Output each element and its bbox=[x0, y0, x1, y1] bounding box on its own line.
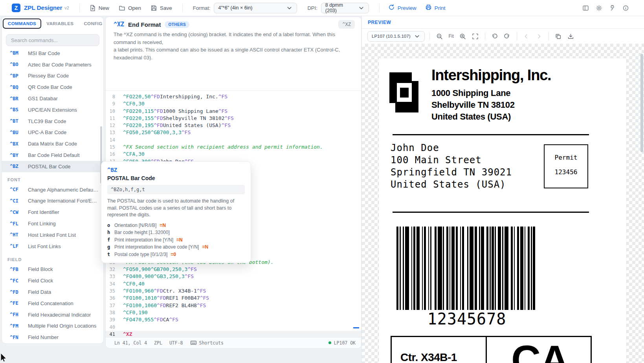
code-line[interactable]: 14 bbox=[106, 136, 361, 144]
sidebar-command-row[interactable]: ^FLFont Linking bbox=[2, 218, 103, 229]
code-line[interactable]: 8^FO220,50^FDIntershipping, Inc.^FS bbox=[106, 93, 361, 100]
fullscreen-button[interactable] bbox=[471, 31, 480, 41]
code-line[interactable]: 33^FO400,900^GB3,250,3^FS bbox=[106, 273, 361, 280]
command-label: GS1 Databar bbox=[28, 96, 58, 101]
copy-button[interactable] bbox=[554, 31, 563, 41]
sidebar-command-row[interactable]: ^BQQR Code Bar Code bbox=[2, 81, 103, 93]
layout-panel-icon[interactable] bbox=[582, 5, 589, 11]
status-ok-dot bbox=[328, 341, 331, 344]
code-line[interactable]: 40 bbox=[106, 324, 361, 331]
command-code: ^LF bbox=[10, 243, 28, 249]
sidebar-command-row[interactable]: ^FCField Clock bbox=[2, 275, 103, 286]
tooltip-param-row: fPrint interpretation line [Y/N]=N bbox=[107, 236, 245, 244]
download-button[interactable] bbox=[566, 31, 576, 41]
preview-scrollbar[interactable] bbox=[640, 54, 643, 152]
doc-corner-badge: ^XZ bbox=[338, 20, 355, 29]
code-line[interactable]: 36^FO100,1010^FDREF1 F00B47^FS bbox=[106, 295, 361, 302]
next-page-button[interactable] bbox=[534, 31, 544, 41]
sidebar-command-row[interactable]: ^HTHost Linked Font List bbox=[2, 229, 103, 241]
language-mode[interactable]: ZPL bbox=[154, 340, 162, 346]
sidebar-command-row[interactable]: ^FDField Data bbox=[2, 286, 103, 298]
code-text: ^FX Second section with recipient addres… bbox=[123, 144, 323, 151]
sidebar-command-row[interactable]: ^LFList Font Links bbox=[2, 241, 103, 252]
command-code: ^BP bbox=[10, 73, 28, 79]
code-line[interactable]: 34^CF0,40 bbox=[106, 280, 361, 287]
rotate-left-button[interactable] bbox=[490, 31, 499, 41]
code-line[interactable]: 37^FO100,1060^FDREF2 BL4H8^FS bbox=[106, 302, 361, 309]
code-line[interactable]: 12^FO220,195^FDUnited States (USA)^FS bbox=[106, 122, 361, 129]
sidebar-command-row[interactable]: ^FEField Concatenation bbox=[2, 298, 103, 309]
print-button[interactable]: Print bbox=[425, 4, 446, 12]
command-label: UPC/EAN Extensions bbox=[28, 107, 77, 113]
save-button[interactable]: Save bbox=[150, 5, 172, 11]
sidebar-command-row[interactable]: ^BXData Matrix Bar Code bbox=[2, 138, 103, 149]
file-plus-icon bbox=[89, 5, 96, 11]
code-line[interactable]: 38^CF0,190 bbox=[106, 309, 361, 316]
prev-page-button[interactable] bbox=[522, 31, 531, 41]
info-icon[interactable] bbox=[622, 5, 629, 11]
command-label: Font Linking bbox=[28, 221, 56, 227]
line-number: 39 bbox=[106, 316, 123, 323]
code-line[interactable]: 32^FO50,900^GB700,250,3^FS bbox=[106, 266, 361, 273]
new-button[interactable]: New bbox=[89, 5, 109, 11]
doc-description-line2: a label prints. This command can also be… bbox=[114, 46, 355, 61]
theme-sun-icon[interactable] bbox=[596, 5, 602, 11]
sidebar-command-row[interactable]: ^BTTLC39 Bar Code bbox=[2, 116, 103, 127]
tab-variables[interactable]: VARIABLES bbox=[41, 19, 79, 28]
command-code: ^FC bbox=[10, 278, 28, 284]
sidebar-command-row[interactable]: ^FBField Block bbox=[2, 264, 103, 275]
sidebar-command-row[interactable]: ^BZPOSTAL Bar Code bbox=[2, 161, 103, 172]
format-select[interactable]: 4"*6" (4in × 6in) bbox=[214, 3, 297, 13]
line-number: 32 bbox=[106, 266, 123, 273]
sidebar-command-row[interactable]: ^CFChange Alphanumeric Default ... bbox=[2, 184, 103, 195]
preview-canvas[interactable]: Intershipping, Inc. 1000 Shipping Lane S… bbox=[362, 44, 644, 363]
zoom-in-button[interactable] bbox=[458, 31, 468, 41]
code-line[interactable]: 15^FX Second section with recipient addr… bbox=[106, 144, 361, 151]
zoom-out-button[interactable] bbox=[435, 31, 444, 41]
encoding[interactable]: UTF-8 bbox=[169, 340, 183, 346]
preview-button[interactable]: Preview bbox=[388, 4, 416, 12]
download-icon bbox=[567, 33, 574, 40]
sidebar-command-row[interactable]: ^BSUPC/EAN Extensions bbox=[2, 104, 103, 116]
code-line[interactable]: 13^FO50,250^GB700,3,3^FS bbox=[106, 129, 361, 136]
open-button[interactable]: Open bbox=[119, 5, 141, 11]
line-number: 9 bbox=[106, 100, 123, 107]
sidebar-command-row[interactable]: ^FNField Number bbox=[2, 332, 103, 343]
code-line[interactable]: 41^XZ bbox=[106, 331, 361, 337]
fit-button[interactable]: Fit bbox=[447, 33, 455, 39]
command-code: ^FL bbox=[10, 221, 28, 227]
printer-select[interactable]: LP107 (10.1.5.107) bbox=[367, 31, 425, 42]
command-code: ^BQ bbox=[10, 85, 28, 90]
sidebar-command-row[interactable]: ^BRGS1 Databar bbox=[2, 93, 103, 104]
device-plug-icon[interactable] bbox=[609, 5, 616, 11]
sidebar-command-row[interactable]: ^FHField Hexadecimal Indicator bbox=[2, 309, 103, 321]
dpi-select[interactable]: 8 dpmm (203) bbox=[321, 3, 369, 13]
sidebar-command-row[interactable]: ^BOAztec Bar Code Parameters bbox=[2, 59, 103, 70]
chevron-down-icon bbox=[358, 5, 365, 11]
tab-commands[interactable]: COMMANDS bbox=[3, 18, 41, 29]
code-line[interactable]: 11^FO220,155^FDShelbyville TN 38102^FS bbox=[106, 115, 361, 122]
rotate-right-button[interactable] bbox=[503, 31, 512, 41]
sidebar-command-row[interactable]: ^CIChange International Font/Enc... bbox=[2, 195, 103, 207]
search-input[interactable] bbox=[6, 34, 99, 46]
sidebar-command-row[interactable]: ^BYBar Code Field Default bbox=[2, 149, 103, 161]
code-line[interactable]: 35^FO100,960^FDCtr. X34B-1^FS bbox=[106, 287, 361, 295]
shortcuts-item[interactable]: Shortcuts bbox=[190, 339, 224, 346]
code-line[interactable]: 10^FO220,115^FD1000 Shipping Lane^FS bbox=[106, 108, 361, 115]
command-code: ^BY bbox=[10, 153, 28, 158]
chevron-left-icon bbox=[523, 33, 530, 40]
code-line[interactable]: 9^CF0,30 bbox=[106, 100, 361, 107]
command-code: ^BS bbox=[10, 107, 28, 112]
sidebar-command-row[interactable]: ^BUUPC-A Bar Code bbox=[2, 127, 103, 138]
code-line[interactable]: 39^FO470,955^FDCA^FS bbox=[106, 316, 361, 323]
line-number: 38 bbox=[106, 309, 123, 316]
tab-config[interactable]: CONFIG bbox=[79, 19, 104, 28]
code-line[interactable]: 16^CFA,30 bbox=[106, 151, 361, 158]
tooltip-name: POSTAL Bar Code bbox=[107, 175, 245, 181]
sidebar-command-row[interactable]: ^CWFont Identifier bbox=[2, 206, 103, 218]
command-label: QR Code Bar Code bbox=[28, 84, 72, 90]
sidebar-command-row[interactable]: ^FMMultiple Field Origin Locations bbox=[2, 321, 103, 332]
sidebar-command-row[interactable]: ^BMMSI Bar Code bbox=[2, 48, 103, 59]
code-text: ^FO50,250^GB700,3,3^FS bbox=[123, 129, 191, 136]
sidebar-command-row[interactable]: ^BPPlessey Bar Code bbox=[2, 70, 103, 82]
